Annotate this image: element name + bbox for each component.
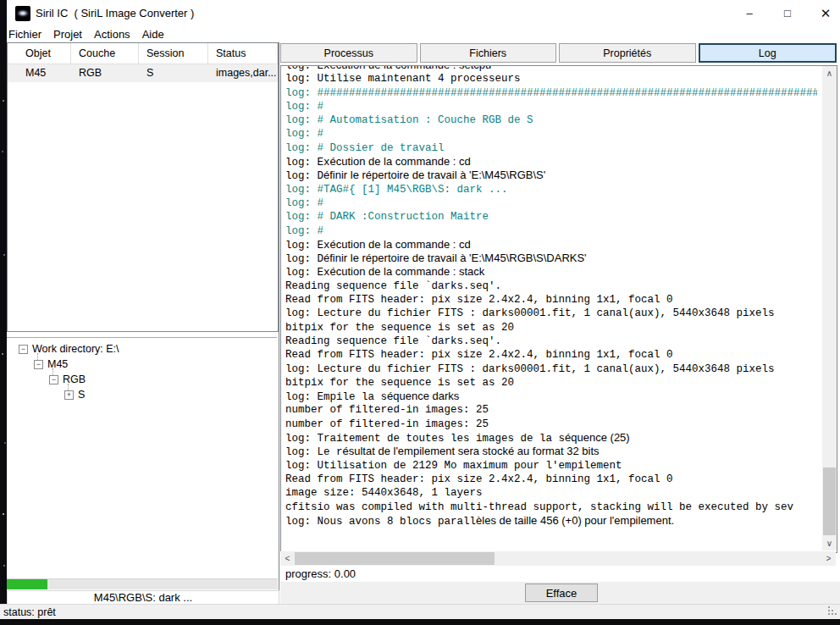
window-title: Siril IC ( SiriL Image Converter ) xyxy=(36,7,194,19)
tree-item-work-directory-e-[interactable]: −Work directory: E:\ xyxy=(7,341,277,357)
log-line: Reading sequence file `darks.seq'. xyxy=(285,279,817,293)
collapse-icon[interactable]: − xyxy=(34,360,43,369)
log-line: log: Utilise maintenant 4 processeurs xyxy=(285,72,817,86)
work-directory-tree: −Work directory: E:\−M45−RGB+S xyxy=(7,337,277,572)
tree-item-label: Work directory: E:\ xyxy=(32,341,119,357)
collapse-icon[interactable]: − xyxy=(19,345,28,354)
log-line: log: Empile la séquence darks xyxy=(285,390,817,403)
app-galaxy-icon xyxy=(15,6,30,21)
table-cell: images,dar... xyxy=(208,64,278,82)
log-text: log: Exécution de la commande : setcpulo… xyxy=(285,65,817,545)
log-button-panel: Efface xyxy=(280,582,840,604)
progress-value-label: progress: 0.00 xyxy=(280,566,840,582)
log-line: Read from FITS header: pix size 2.4x2.4,… xyxy=(285,348,817,362)
horizontal-scroll-thumb[interactable] xyxy=(295,552,495,565)
log-panel: log: Exécution de la commande : setcpulo… xyxy=(280,65,837,553)
maximize-button[interactable]: □ xyxy=(774,3,801,24)
session-table-header: ObjetCoucheSessionStatus xyxy=(8,43,278,64)
log-line: Reading sequence file `darks.seq'. xyxy=(285,335,817,348)
log-line: log: Exécution de la commande : cd xyxy=(285,155,817,169)
log-line: log: # DARK :Construction Maitre xyxy=(285,210,817,224)
table-row[interactable]: M45RGBSimages,dar... xyxy=(8,64,278,82)
tab-processus[interactable]: Processus xyxy=(280,43,417,63)
clear-log-button[interactable]: Efface xyxy=(525,584,598,602)
tree-connector xyxy=(37,353,39,360)
log-line: log: # xyxy=(285,127,817,141)
table-cell: M45 xyxy=(8,64,71,82)
log-line: log: Utilisation de 2129 Mo maximum pour… xyxy=(285,459,817,473)
scroll-left-icon[interactable]: < xyxy=(280,551,295,566)
log-line: log: # xyxy=(285,224,817,238)
menu-item-aide[interactable]: Aide xyxy=(142,28,164,41)
background-stars xyxy=(3,100,4,102)
tab-log[interactable]: Log xyxy=(699,43,837,63)
scroll-right-icon[interactable]: > xyxy=(821,551,836,566)
scroll-up-icon[interactable]: ∧ xyxy=(822,66,837,80)
tree-item-m45[interactable]: −M45 xyxy=(7,357,277,372)
column-header-status[interactable]: Status xyxy=(208,43,278,64)
log-line: log: # Automatisation : Couche RGB de S xyxy=(285,113,817,127)
log-line: Read from FITS header: pix size 2.4x2.4,… xyxy=(285,473,817,486)
tree-connector xyxy=(52,368,54,375)
panel-divider[interactable] xyxy=(279,42,279,604)
collapse-icon[interactable]: − xyxy=(49,375,58,384)
progress-bar-fill xyxy=(7,579,47,589)
session-table: ObjetCoucheSessionStatus M45RGBSimages,d… xyxy=(7,42,279,332)
tree-item-s[interactable]: +S xyxy=(7,387,277,402)
menu-bar: FichierProjetActionsAide xyxy=(8,27,164,41)
resize-grip-icon[interactable] xyxy=(828,613,830,615)
vertical-scroll-thumb[interactable] xyxy=(823,467,836,535)
log-line: image size: 5440x3648, 1 layers xyxy=(285,486,817,500)
tab-propriétés[interactable]: Propriétés xyxy=(559,43,696,63)
log-line: log: Définir le répertoire de travail à … xyxy=(285,169,817,182)
log-horizontal-scrollbar[interactable]: < > xyxy=(280,551,836,566)
session-table-body: M45RGBSimages,dar... xyxy=(8,64,278,82)
tab-fichiers[interactable]: Fichiers xyxy=(420,43,557,63)
log-line: bitpix for the sequence is set as 20 xyxy=(285,321,817,335)
app-window: Siril IC ( SiriL Image Converter ) – □ ✕… xyxy=(0,0,840,625)
log-line: log: Le résultat de l'empilement sera st… xyxy=(285,445,817,458)
log-line: bitpix for the sequence is set as 20 xyxy=(285,376,817,390)
tree-item-label: S xyxy=(78,387,85,402)
tree-item-rgb[interactable]: −RGB xyxy=(7,372,277,387)
log-line: number of filtered-in images: 25 xyxy=(285,418,817,431)
column-header-objet[interactable]: Objet xyxy=(8,43,71,64)
log-line: log: # Dossier de travail xyxy=(285,141,817,155)
menu-item-projet[interactable]: Projet xyxy=(53,28,82,41)
log-line: log: Exécution de la commande : stack xyxy=(285,265,817,279)
table-cell: S xyxy=(139,64,208,82)
table-cell: RGB xyxy=(71,64,139,82)
log-line: log: Exécution de la commande : cd xyxy=(285,238,817,252)
menu-item-actions[interactable]: Actions xyxy=(94,28,130,41)
log-line: log: # xyxy=(285,100,817,113)
log-line: log: Nous avons 8 blocs parallèles de ta… xyxy=(285,514,817,528)
menu-item-fichier[interactable]: Fichier xyxy=(8,28,41,41)
taskbar-edge-strip xyxy=(0,619,840,625)
log-vertical-scrollbar[interactable]: ∧ ∨ xyxy=(822,66,837,550)
column-header-couche[interactable]: Couche xyxy=(71,43,139,64)
tree-connector xyxy=(68,384,69,390)
desktop-background-strip xyxy=(0,0,7,619)
log-line: Read from FITS header: pix size 2.4x2.4,… xyxy=(285,293,817,307)
minimize-button[interactable]: – xyxy=(736,3,763,24)
scroll-down-icon[interactable]: ∨ xyxy=(822,536,837,550)
log-line: log: #TAG#{ [1] M45\RGB\S: dark ... xyxy=(285,183,817,196)
log-line: log: Définir le répertoire de travail à … xyxy=(285,252,817,265)
expand-icon[interactable]: + xyxy=(64,390,74,400)
log-line: number of filtered-in images: 25 xyxy=(285,403,817,417)
log-line: log: Lecture du fichier FITS : darks0000… xyxy=(285,362,817,376)
log-line: log: Exécution de la commande : setcpu xyxy=(285,65,817,72)
log-line: log: Lecture du fichier FITS : darks0000… xyxy=(285,307,817,320)
close-button[interactable]: ✕ xyxy=(812,3,839,24)
column-header-session[interactable]: Session xyxy=(139,43,208,64)
log-line: log: # xyxy=(285,196,817,210)
log-line: cfitsio was compiled with multi-thread s… xyxy=(285,501,817,514)
status-bar: status: prêt xyxy=(0,604,840,619)
tab-bar: ProcessusFichiersPropriétésLog xyxy=(280,43,837,63)
log-line: log: Traitement de toutes les images de … xyxy=(285,431,817,445)
title-bar: Siril IC ( SiriL Image Converter ) – □ ✕ xyxy=(7,0,840,27)
log-line: log: ###################################… xyxy=(285,86,817,100)
progress-bar xyxy=(7,578,278,589)
tree-item-label: RGB xyxy=(63,372,86,387)
tree-item-label: M45 xyxy=(47,357,68,372)
